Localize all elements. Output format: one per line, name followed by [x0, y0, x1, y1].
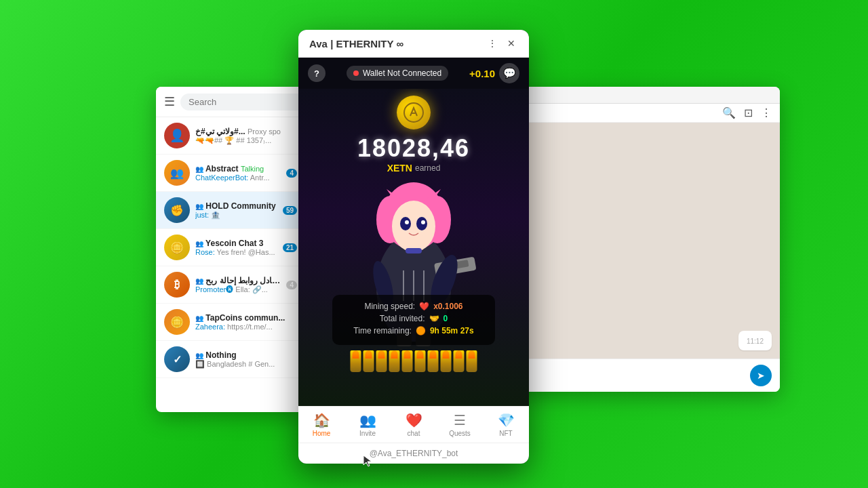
- avatar: 🪙: [164, 235, 190, 260]
- chat-info: 👥 TapCoins commun... Zaheera: https://t.…: [195, 313, 292, 331]
- search-input[interactable]: [180, 94, 305, 110]
- send-button[interactable]: ➤: [750, 365, 772, 386]
- avatar: 👤: [164, 123, 190, 148]
- bullet-1: [351, 350, 361, 372]
- eth-score: +0.10: [469, 68, 495, 79]
- chat-name: 👥 TapCoins commun...: [195, 313, 292, 323]
- nav-nft-label: NFT: [499, 430, 512, 437]
- message-time: 11:12: [747, 338, 764, 345]
- columns-icon[interactable]: ⊡: [744, 106, 753, 119]
- unread-badge: 4: [286, 169, 297, 178]
- mining-speed-value: x0.1006: [433, 302, 462, 311]
- time-remaining-row: Time remaining: 🟠 9h 55m 27s: [346, 326, 481, 336]
- ethernity-navbar: 🏠 Home 👥 Invite ❤️ chat ☰ Quests 💎 NFT: [298, 406, 529, 443]
- chat-name: ولاتي تي#خ#... Proxy spo: [195, 127, 292, 136]
- invite-icon: 👥: [359, 412, 376, 428]
- bullet-4: [389, 350, 400, 372]
- nav-invite[interactable]: 👥 Invite: [344, 407, 391, 443]
- telegram-sidebar: ☰ A B 👤 ولاتي تي#خ#... Proxy spo 🔫🔫## 🏆 …: [156, 87, 305, 412]
- list-item[interactable]: 👥 👥 Abstract Talking ChatKeeperBot: Antr…: [156, 155, 305, 192]
- nav-home[interactable]: 🏠 Home: [298, 407, 344, 443]
- svg-rect-12: [406, 248, 422, 253]
- bullet-8: [441, 350, 452, 372]
- chat-input[interactable]: [495, 370, 745, 381]
- avatar: ₿: [164, 272, 190, 298]
- chat-preview: Rose: Yes fren! @Has...: [195, 248, 277, 256]
- total-invited-label: Total invited:: [380, 314, 425, 323]
- more-icon[interactable]: ⋮: [761, 106, 772, 119]
- search-icon[interactable]: 🔍: [722, 106, 736, 119]
- chat-preview: 🔫🔫## 🏆 ## 1357₎...: [195, 136, 292, 145]
- unread-badge: 21: [283, 243, 297, 252]
- time-remaining-value: 9h 55m 27s: [430, 326, 474, 336]
- nav-home-label: Home: [313, 430, 331, 437]
- nav-quests[interactable]: ☰ Quests: [437, 407, 483, 443]
- list-item[interactable]: 🪙 👥 TapCoins commun... Zaheera: https://…: [156, 304, 305, 341]
- home-icon: 🏠: [313, 412, 330, 428]
- score-number: 18028,46: [357, 134, 470, 163]
- telegram-header: ☰ A B: [156, 87, 305, 117]
- chat-meta: 21: [283, 243, 297, 252]
- more-options-icon[interactable]: ⋮: [486, 37, 499, 50]
- svg-point-9: [421, 220, 425, 224]
- chat-info: 👥 تبادل روابط إحالة ربح... Promoter🅦 Ell…: [195, 276, 281, 294]
- bullet-5: [402, 350, 413, 372]
- ethernity-footer: @Ava_ETHERNITY_bot: [298, 443, 529, 464]
- list-item[interactable]: ₿ 👥 تبادل روابط إحالة ربح... Promoter🅦 E…: [156, 266, 305, 304]
- avatar: ✊: [164, 197, 190, 223]
- nav-invite-label: Invite: [359, 430, 376, 437]
- chat-meta: 4: [286, 169, 297, 178]
- nav-chat[interactable]: ❤️ chat: [391, 407, 437, 443]
- time-remaining-label: Time remaining:: [353, 326, 412, 336]
- wallet-status-text: Wallet Not Connected: [363, 68, 441, 78]
- chat-name: 👥 Abstract Talking: [195, 164, 281, 174]
- quests-icon: ☰: [454, 412, 466, 428]
- game-score-container: 18028,46 XETN earned: [357, 134, 470, 174]
- list-item[interactable]: ✓ 👥 Nothing 🔲 Bangladesh # Gen...: [156, 341, 305, 378]
- avatar: ✓: [164, 346, 190, 372]
- chat-list: 👤 ولاتي تي#خ#... Proxy spo 🔫🔫## 🏆 ## 135…: [156, 117, 305, 412]
- bullet-10: [467, 350, 477, 372]
- chat-name: 👥 Yescoin Chat 3: [195, 239, 277, 248]
- total-invited-row: Total invited: 🤝 0: [346, 314, 481, 323]
- help-button[interactable]: ?: [308, 64, 326, 82]
- chat-name: 👥 Nothing: [195, 350, 292, 360]
- window-controls: ⋮ ✕: [486, 37, 518, 50]
- game-coin: [397, 96, 431, 129]
- app-title: Ava | ETHERNITY ∞: [309, 38, 403, 49]
- list-item[interactable]: 👤 ولاتي تي#خ#... Proxy spo 🔫🔫## 🏆 ## 135…: [156, 117, 305, 155]
- chat-info: 👥 Yescoin Chat 3 Rose: Yes fren! @Has...: [195, 239, 277, 256]
- mining-speed-row: Mining speed: ❤️ x0.1006: [346, 302, 481, 311]
- chat-preview: ChatKeeperBot: Antr...: [195, 174, 281, 182]
- bullet-2: [363, 350, 374, 372]
- chat-preview: 🔲 Bangladesh # Gen...: [195, 360, 292, 369]
- game-area[interactable]: 18028,46 XETN earned: [298, 89, 529, 406]
- chat-info: ولاتي تي#خ#... Proxy spo 🔫🔫## 🏆 ## 1357₎…: [195, 127, 292, 145]
- wallet-status-dot: [353, 70, 359, 76]
- earned-label: earned: [415, 163, 440, 173]
- chat-info: 👥 HOLD Community just: 🏦: [195, 201, 277, 220]
- game-topbar: ? Wallet Not Connected +0.10 💬: [298, 58, 529, 89]
- close-icon[interactable]: ✕: [505, 37, 518, 50]
- wallet-status[interactable]: Wallet Not Connected: [347, 66, 448, 81]
- heart-icon: ❤️: [406, 412, 422, 428]
- bullet-7: [428, 350, 439, 372]
- list-item[interactable]: ✊ 👥 HOLD Community just: 🏦 59: [156, 192, 305, 229]
- bullet-6: [415, 350, 426, 372]
- total-invited-value: 0: [443, 314, 448, 323]
- bullet-9: [454, 350, 465, 372]
- menu-icon[interactable]: ☰: [164, 94, 175, 109]
- chat-name: 👥 تبادل روابط إحالة ربح...: [195, 276, 281, 285]
- nav-nft[interactable]: 💎 NFT: [483, 407, 529, 443]
- ethernity-popup: Ava | ETHERNITY ∞ ⋮ ✕ ? Wallet Not Conne…: [298, 30, 529, 464]
- list-item[interactable]: 🪙 👥 Yescoin Chat 3 Rose: Yes fren! @Has.…: [156, 229, 305, 266]
- chat-button[interactable]: 💬: [499, 63, 519, 83]
- unread-badge: 4: [286, 281, 297, 289]
- svg-point-5: [392, 201, 435, 252]
- chat-preview: just: 🏦: [195, 211, 277, 220]
- unread-badge: 59: [283, 206, 297, 215]
- chat-meta: 4: [286, 281, 297, 289]
- bullet-3: [376, 350, 387, 372]
- ethernity-titlebar: Ava | ETHERNITY ∞ ⋮ ✕: [298, 30, 529, 58]
- message-bubble: 11:12: [738, 331, 772, 350]
